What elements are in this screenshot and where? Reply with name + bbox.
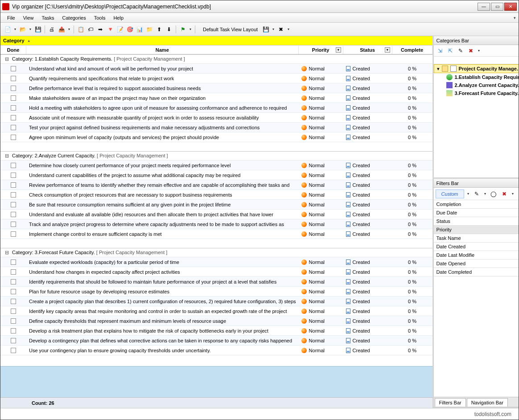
- filter-delete-dd[interactable]: ▾: [511, 192, 515, 196]
- task-row[interactable]: Determine how closely current performanc…: [0, 161, 432, 170]
- done-checkbox[interactable]: [11, 318, 16, 324]
- tb-layout-save-dd[interactable]: ▾: [271, 27, 276, 31]
- group-header[interactable]: ⊟ Category: 1.Establish Capacity Require…: [0, 54, 432, 64]
- task-row[interactable]: Make stakeholders aware of an impact the…: [0, 93, 432, 103]
- category-row[interactable]: 2.Analyze Current Capacity.88: [434, 81, 519, 89]
- cat-edit-icon[interactable]: ✎: [456, 46, 465, 55]
- task-row[interactable]: Understand how changes in expected capac…: [0, 267, 432, 277]
- tb-newcat-icon[interactable]: 📁: [145, 25, 154, 34]
- task-row[interactable]: Plan for future resource usage by develo…: [0, 287, 432, 296]
- group-header[interactable]: ⊟ Category: 3.Forecast Future Capacity. …: [0, 248, 432, 257]
- task-row[interactable]: Understand and evaluate all available (i…: [0, 210, 432, 219]
- tb-export-dd[interactable]: ▾: [67, 27, 71, 31]
- filter-apply-icon[interactable]: ✎: [472, 189, 481, 198]
- group-header[interactable]: ⊟ Category: 2.Analyze Current Capacity. …: [0, 151, 432, 161]
- done-checkbox[interactable]: [11, 202, 16, 207]
- task-row[interactable]: Agree upon minimum level of capacity (ou…: [0, 132, 432, 142]
- done-checkbox[interactable]: [11, 135, 16, 140]
- task-row[interactable]: Review performance of teams to identify …: [0, 180, 432, 190]
- task-row[interactable]: Develop a risk treatment plan that expla…: [0, 326, 432, 336]
- cat-delete-dd[interactable]: ▾: [477, 49, 481, 53]
- tb-layout-save-icon[interactable]: 💾: [261, 25, 270, 34]
- task-row[interactable]: Quantify requirements and specifications…: [0, 74, 432, 83]
- priority-filter-icon[interactable]: ▾: [336, 47, 341, 53]
- menu-help[interactable]: Help: [109, 14, 128, 22]
- task-row[interactable]: Understand what kind and amount of work …: [0, 64, 432, 74]
- tb-new-icon[interactable]: 📄: [3, 25, 12, 34]
- done-checkbox[interactable]: [11, 76, 16, 81]
- done-checkbox[interactable]: [11, 95, 16, 101]
- done-checkbox[interactable]: [11, 222, 16, 227]
- filter-delete-icon[interactable]: ✖: [500, 189, 509, 198]
- task-row[interactable]: Be sure that resource consumption remain…: [0, 200, 432, 210]
- filter-custom-dd[interactable]: ▾: [466, 192, 470, 196]
- group-by-row[interactable]: Category ▲: [0, 36, 432, 45]
- menu-tools[interactable]: Tools: [90, 14, 110, 22]
- filter-custom-button[interactable]: Custom: [436, 189, 464, 198]
- col-done[interactable]: Done: [0, 46, 26, 54]
- collapse-icon[interactable]: ⊟: [5, 250, 9, 255]
- col-status[interactable]: Status▾: [343, 46, 392, 54]
- done-checkbox[interactable]: [11, 338, 16, 343]
- tb-layout-del-dd[interactable]: ▾: [286, 27, 291, 31]
- filter-row[interactable]: Date Last Modifie▾: [434, 251, 519, 259]
- cat-collapse-icon[interactable]: ⇱: [446, 46, 455, 55]
- task-row[interactable]: Evaluate expected workloads (capacity) f…: [0, 257, 432, 267]
- tb-down-icon[interactable]: ⬇: [165, 25, 173, 34]
- done-checkbox[interactable]: [11, 259, 16, 265]
- done-checkbox[interactable]: [11, 125, 16, 130]
- done-checkbox[interactable]: [11, 212, 16, 217]
- menu-categories[interactable]: Categories: [58, 14, 90, 22]
- done-checkbox[interactable]: [11, 173, 16, 178]
- done-checkbox[interactable]: [11, 348, 16, 353]
- task-row[interactable]: Develop a contingency plan that defines …: [0, 336, 432, 346]
- tb-print-icon[interactable]: 🖨: [47, 25, 56, 34]
- collapse-icon[interactable]: ⊟: [5, 153, 9, 158]
- category-row[interactable]: 1.Establish Capacity Require88: [434, 73, 519, 81]
- filter-row[interactable]: Due Date▾: [434, 209, 519, 217]
- done-checkbox[interactable]: [11, 279, 16, 284]
- task-row[interactable]: Test your project against defined busine…: [0, 123, 432, 132]
- filter-row[interactable]: Completion▾: [434, 200, 519, 209]
- tb-goal-icon[interactable]: 🎯: [125, 25, 134, 34]
- task-row[interactable]: Identify key capacity areas that require…: [0, 306, 432, 316]
- tab-navigation-bar[interactable]: Navigation Bar: [467, 398, 508, 407]
- tb-copy-icon[interactable]: 📋: [76, 25, 85, 34]
- filter-row[interactable]: Date Opened▾: [434, 259, 519, 268]
- done-checkbox[interactable]: [11, 231, 16, 237]
- tb-tag-icon[interactable]: 🏷: [86, 25, 95, 34]
- task-row[interactable]: Track and analyze project progress to de…: [0, 219, 432, 229]
- filter-apply-dd[interactable]: ▾: [483, 192, 487, 196]
- menu-file[interactable]: File: [3, 14, 19, 22]
- done-checkbox[interactable]: [11, 269, 16, 275]
- task-list[interactable]: ⊟ Category: 1.Establish Capacity Require…: [0, 54, 432, 366]
- footer-link[interactable]: todolistsoft.com: [474, 411, 511, 417]
- col-complete[interactable]: Complete: [392, 46, 432, 54]
- filter-row[interactable]: Status▾: [434, 217, 519, 226]
- done-checkbox[interactable]: [11, 328, 16, 334]
- done-checkbox[interactable]: [11, 86, 16, 91]
- collapse-icon[interactable]: ⊟: [5, 56, 9, 62]
- filter-row[interactable]: Task Name: [434, 234, 519, 243]
- menu-overflow-icon[interactable]: ▾: [514, 16, 516, 20]
- menu-view[interactable]: View: [19, 14, 38, 22]
- task-row[interactable]: Hold a meeting with stakeholders to agre…: [0, 103, 432, 113]
- done-checkbox[interactable]: [11, 299, 16, 304]
- cat-expand-icon[interactable]: ⇲: [436, 46, 445, 55]
- task-row[interactable]: Implement change control to ensure suffi…: [0, 229, 432, 239]
- done-checkbox[interactable]: [11, 182, 16, 188]
- tb-up-icon[interactable]: ⬆: [155, 25, 164, 34]
- task-row[interactable]: Understand current capabilities of the p…: [0, 170, 432, 180]
- filter-row[interactable]: Priority▾: [434, 226, 519, 234]
- close-button[interactable]: ✕: [504, 3, 517, 11]
- tb-flag-icon[interactable]: ⚑: [178, 25, 187, 34]
- task-row[interactable]: Check consumption of project resources t…: [0, 190, 432, 200]
- done-checkbox[interactable]: [11, 163, 16, 168]
- menu-tasks[interactable]: Tasks: [37, 14, 58, 22]
- task-row[interactable]: Associate unit of measure with measurabl…: [0, 113, 432, 123]
- category-row[interactable]: ▾Project Capacity Managemen2626: [434, 64, 519, 73]
- tb-open-dd[interactable]: ▾: [28, 27, 33, 31]
- done-checkbox[interactable]: [11, 289, 16, 294]
- done-checkbox[interactable]: [11, 309, 16, 314]
- expand-icon[interactable]: ▾: [437, 66, 440, 72]
